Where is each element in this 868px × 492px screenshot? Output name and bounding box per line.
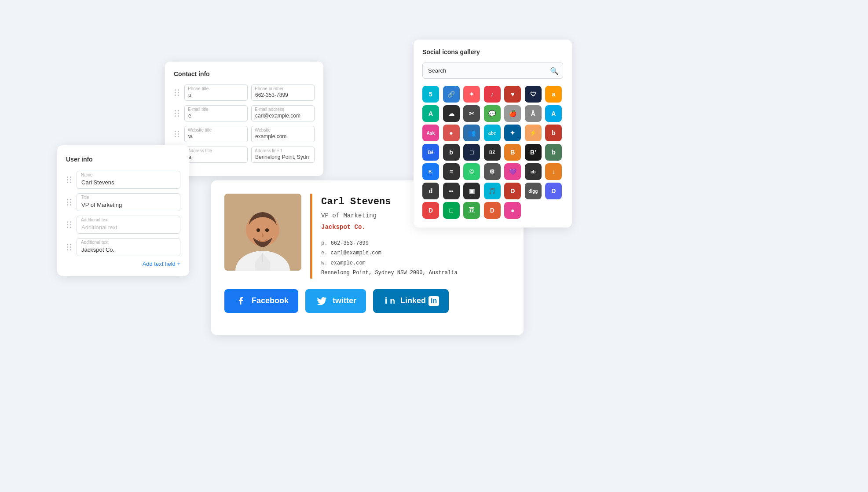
social-icon-airbnb[interactable]: ✦ bbox=[463, 86, 480, 103]
social-icon-blogger[interactable]: B bbox=[504, 144, 521, 161]
social-icon-buzzfeed[interactable]: BZ bbox=[484, 144, 501, 161]
social-icon-square-green[interactable]: □ bbox=[443, 202, 460, 219]
email-row: E-mail title E-mail address bbox=[174, 105, 315, 121]
social-icon-lightning[interactable]: ⚡ bbox=[525, 125, 542, 141]
additional-text-field-row-2: Additional text bbox=[66, 238, 180, 256]
card-email-line: e. carl@example.com bbox=[321, 249, 510, 257]
email-address-label: E-mail address bbox=[255, 107, 284, 112]
social-icon-music-note[interactable]: 🎵 bbox=[484, 183, 501, 199]
social-icon-square-dark[interactable]: ▣ bbox=[463, 183, 480, 199]
facebook-label: Facebook bbox=[252, 296, 289, 305]
social-icon-behance[interactable]: Bē bbox=[422, 144, 439, 161]
card-social-buttons: Facebook twitter Linked in bbox=[224, 289, 510, 313]
address-title-label: Address title bbox=[188, 148, 212, 153]
email-title-label: E-mail title bbox=[188, 107, 209, 112]
name-drag-handle[interactable] bbox=[66, 175, 73, 185]
social-icon-font-app[interactable]: Å bbox=[525, 105, 542, 122]
phone-drag-handle[interactable] bbox=[174, 88, 181, 98]
social-icon-ask-fm[interactable]: Ask bbox=[422, 125, 439, 141]
social-icon-c-green[interactable]: © bbox=[463, 163, 480, 180]
social-icon-bloglovin[interactable]: B' bbox=[525, 144, 542, 161]
social-icon-amazon[interactable]: a bbox=[545, 86, 562, 103]
twitter-label: twitter bbox=[333, 296, 356, 305]
social-icon-chat-green[interactable]: 💬 bbox=[484, 105, 501, 122]
card-website-label: w. bbox=[321, 260, 331, 266]
social-icon-circle-pink[interactable]: ● bbox=[504, 202, 521, 219]
card-phone-label: p. bbox=[321, 240, 331, 246]
phone-row: Phone title Phone number bbox=[174, 84, 315, 101]
website-row: Website title Website bbox=[174, 126, 315, 142]
phone-title-label: Phone title bbox=[188, 86, 209, 91]
social-icon-d-dark[interactable]: d bbox=[422, 183, 439, 199]
social-icon-download-orange[interactable]: ↓ bbox=[545, 163, 562, 180]
linkedin-in-badge: in bbox=[429, 296, 439, 306]
social-icon-crunchbase[interactable]: cb bbox=[525, 163, 542, 180]
title-field-row: Title bbox=[66, 193, 180, 211]
card-website-value: example.com bbox=[331, 260, 366, 266]
name-field-row: Name bbox=[66, 171, 180, 189]
social-icon-group-app[interactable]: 👥 bbox=[463, 125, 480, 141]
address-row: Address title Address line 1 bbox=[174, 147, 315, 163]
contact-info-title: Contact info bbox=[174, 70, 315, 77]
social-icon-star-blue[interactable]: ✦ bbox=[504, 125, 521, 141]
social-icon-cloud-app[interactable]: ☁ bbox=[443, 105, 460, 122]
social-icon-heart-pink[interactable]: 💜 bbox=[504, 163, 521, 180]
social-icon-b-green[interactable]: b bbox=[545, 144, 562, 161]
social-icon-app-circle[interactable]: ● bbox=[443, 125, 460, 141]
card-email-value: carl@example.com bbox=[331, 250, 381, 256]
twitter-icon bbox=[315, 294, 328, 308]
social-icon-bing-b[interactable]: b bbox=[443, 144, 460, 161]
gallery-title: Social icons gallery bbox=[422, 48, 563, 55]
title-drag-handle[interactable] bbox=[66, 197, 73, 208]
linkedin-icon bbox=[383, 294, 396, 308]
social-icon-gear-app[interactable]: ⚙ bbox=[484, 163, 501, 180]
add-text-field-button[interactable]: Add text field + bbox=[66, 261, 180, 267]
card-email-label: e. bbox=[321, 250, 331, 256]
email-drag-handle[interactable] bbox=[174, 108, 181, 119]
linkedin-button[interactable]: Linked in bbox=[373, 289, 449, 313]
social-icon-apple[interactable]: 🍎 bbox=[504, 105, 521, 122]
search-icon[interactable]: 🔍 bbox=[550, 66, 559, 75]
additional-text-field-wrap-2: Additional text bbox=[77, 238, 180, 256]
facebook-button[interactable]: Facebook bbox=[224, 289, 298, 313]
svg-point-4 bbox=[265, 228, 269, 232]
name-label: Name bbox=[81, 173, 93, 177]
social-icon-d-red[interactable]: D bbox=[504, 183, 521, 199]
twitter-button[interactable]: twitter bbox=[305, 289, 366, 313]
card-phone-line: p. 662-353-7899 bbox=[321, 239, 510, 248]
user-info-panel: User info Name Title bbox=[57, 145, 189, 276]
social-icon-d-app-red[interactable]: D bbox=[422, 202, 439, 219]
social-icon-digg[interactable]: digg bbox=[525, 183, 542, 199]
social-icon-abstract[interactable]: 🔗 bbox=[443, 86, 460, 103]
title-label: Title bbox=[81, 195, 89, 200]
social-icon-dots-app[interactable]: ▪▪ bbox=[443, 183, 460, 199]
social-icon-buffer[interactable]: ≡ bbox=[443, 163, 460, 180]
name-field-wrap: Name bbox=[77, 171, 180, 189]
additional-drag-handle-1[interactable] bbox=[66, 220, 73, 230]
website-drag-handle[interactable] bbox=[174, 129, 181, 140]
social-icon-discord[interactable]: D bbox=[545, 183, 562, 199]
additional-text-label-1: Additional text bbox=[81, 217, 109, 222]
social-icon-box-app[interactable]: □ bbox=[463, 144, 480, 161]
social-icon-facebook-b[interactable]: B. bbox=[422, 163, 439, 180]
additional-drag-handle-2[interactable] bbox=[66, 242, 73, 253]
user-info-title: User info bbox=[66, 156, 180, 163]
social-icon-anghami[interactable]: ♪ bbox=[484, 86, 501, 103]
social-icon-b-red[interactable]: b bbox=[545, 125, 562, 141]
social-icon-abc-app[interactable]: abc bbox=[484, 125, 501, 141]
social-icon-some-app[interactable]: ♥ bbox=[504, 86, 521, 103]
social-icon-douban[interactable]: 豆 bbox=[463, 202, 480, 219]
title-field-wrap: Title bbox=[77, 193, 180, 211]
social-icon-5miles[interactable]: 5 bbox=[422, 86, 439, 103]
social-icon-d-orange[interactable]: D bbox=[484, 202, 501, 219]
social-icon-a-app-blue[interactable]: A bbox=[545, 105, 562, 122]
gallery-search-input[interactable] bbox=[422, 62, 563, 79]
icons-grid: 5🔗✦♪♥🛡aA☁✂💬🍎ÅAAsk●👥abc✦⚡bBēb□BZBB'bB.≡©⚙… bbox=[422, 86, 563, 219]
social-icon-shield-app[interactable]: 🛡 bbox=[525, 86, 542, 103]
title-input[interactable] bbox=[77, 193, 180, 211]
social-icon-amazon-green[interactable]: A bbox=[422, 105, 439, 122]
additional-text-field-row-1: Additional text bbox=[66, 216, 180, 234]
additional-text-field-wrap-1: Additional text bbox=[77, 216, 180, 234]
social-icon-scissors-app[interactable]: ✂ bbox=[463, 105, 480, 122]
linkedin-label: Linked bbox=[400, 296, 426, 305]
